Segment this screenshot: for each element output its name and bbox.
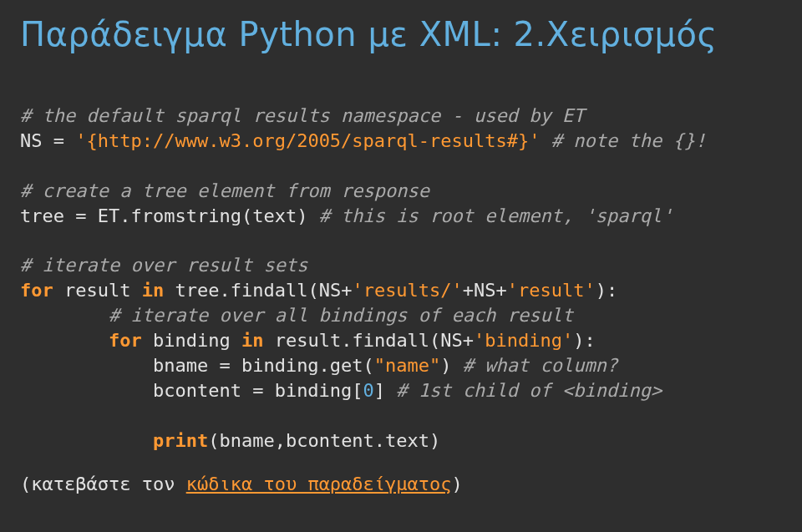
for1-end: ): [596,280,618,301]
for2-tail: result.findall(NS+ [263,330,474,351]
for1-str2: 'result' [507,280,596,301]
for1-mid: result [53,280,142,301]
bcontent-index: 0 [363,380,374,401]
comment-iterate: # iterate over result sets [20,255,307,276]
for1-tail: tree.findall(NS+ [164,280,352,301]
bcontent-line: bcontent = binding[ [20,380,363,401]
comment-tree: # create a tree element from response [20,180,429,201]
bname-note: # what column? [463,355,617,376]
footer-line: (κατεβάστε τον κώδικα του παραδείγματος) [20,474,782,494]
for2-str: 'binding' [474,330,573,351]
print-indent [20,430,153,451]
in-keyword-1: in [142,280,165,301]
slide-title: Παράδειγμα Python με XML: 2.Χειρισμός [20,15,782,53]
download-link[interactable]: κώδικα του παραδείγματος [186,474,452,494]
footer-close-paren: ) [452,474,463,494]
print-keyword: print [153,430,208,451]
ns-assign-lhs: NS = [20,130,75,151]
ns-string: '{http://www.w3.org/2005/sparql-results#… [75,130,540,151]
slide-container: Παράδειγμα Python με XML: 2.Χειρισμός # … [0,0,802,532]
for2-mid: binding [142,330,241,351]
bname-str: "name" [374,355,440,376]
for2-indent [20,330,109,351]
footer-open-paren: ( [20,474,31,494]
print-args: (bname,bcontent.text) [208,430,440,451]
bcontent-close: ] [374,380,397,401]
for1-str1: 'results/' [352,280,462,301]
comment-ns: # the default sparql results namespace -… [20,105,585,126]
for-keyword-1: for [20,280,53,301]
bname-close: ) [440,355,463,376]
for2-end: ): [573,330,596,351]
comment-inner: # iterate over all bindings of each resu… [20,305,573,326]
for-keyword-2: for [109,330,142,351]
tree-assign: tree = ET.fromstring(text) [20,205,319,226]
footer-text-before: κατεβάστε τον [31,474,185,494]
bcontent-note: # 1st child of <binding> [396,380,662,401]
code-block: # the default sparql results namespace -… [20,104,782,453]
in-keyword-2: in [241,330,264,351]
tree-note: # this is root element, 'sparql' [319,205,673,226]
ns-note: # note the {}! [541,130,707,151]
bname-line: bname = binding.get( [20,355,374,376]
for1-plus: +NS+ [463,280,507,301]
